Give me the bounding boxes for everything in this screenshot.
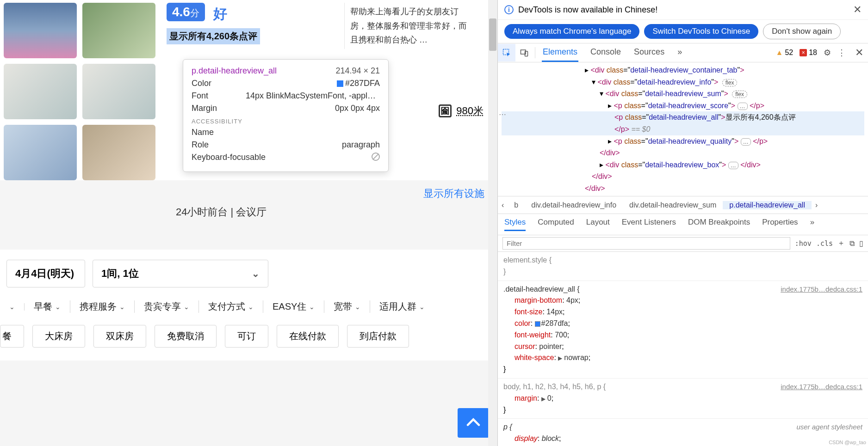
breadcrumb-item[interactable]: b [508, 201, 525, 209]
scrollbar-thumb[interactable] [489, 18, 496, 51]
scroll-to-top-button[interactable] [458, 408, 489, 438]
filter-ctrip-service[interactable]: 携程服务⌄ [70, 300, 135, 313]
flex-badge[interactable]: flex [722, 79, 738, 86]
tab-styles[interactable]: Styles [504, 218, 526, 231]
filter-easy-stay[interactable]: EASY住⌄ [263, 300, 324, 313]
close-icon[interactable]: ✕ [853, 4, 862, 16]
chevron-down-icon: ⌄ [419, 303, 425, 311]
dom-node-selected[interactable]: </p> == $0 [502, 123, 864, 135]
close-devtools-icon[interactable]: ✕ [855, 47, 863, 59]
show-all-facilities-link[interactable]: 显示所有设施 [423, 187, 484, 201]
dom-node[interactable]: </div> [502, 183, 864, 195]
filter-breakfast[interactable]: 早餐⌄ [25, 300, 70, 313]
score-value: 4.6 [172, 5, 190, 19]
settings-icon[interactable]: ⚙ [824, 48, 831, 58]
switch-chinese-button[interactable]: Switch DevTools to Chinese [644, 24, 758, 39]
style-rule[interactable]: index.1775b…dedca.css:1 body, h1, h2, h3… [498, 379, 868, 419]
computed-styles-sidebar-icon[interactable]: ⧉ [849, 239, 855, 248]
tab-console[interactable]: Console [589, 43, 622, 62]
show-more-icon[interactable]: ⋯ [499, 109, 506, 121]
color-swatch [337, 80, 343, 87]
tab-overflow[interactable]: » [810, 218, 814, 231]
hotel-photo[interactable] [82, 64, 155, 119]
dom-node[interactable]: ▸ <div class="detail-headreview_box"> … … [502, 159, 864, 171]
tag-pill[interactable]: 双床房 [93, 325, 146, 348]
warnings-count[interactable]: ▲52 [776, 49, 794, 57]
chevron-down-icon: ⌄ [119, 303, 125, 311]
hotel-photo[interactable] [82, 3, 155, 58]
dom-node[interactable]: ▾ <div class="detail-headreview_sum"> fl… [502, 88, 864, 100]
tag-pill[interactable]: 在线付款 [277, 325, 339, 348]
tab-overflow[interactable]: » [676, 43, 683, 62]
hotel-photo[interactable] [82, 125, 155, 180]
vertical-scrollbar[interactable] [488, 0, 497, 446]
ellipsis-icon[interactable]: … [741, 138, 751, 146]
tab-dom-breakpoints[interactable]: DOM Breakpoints [688, 218, 750, 231]
errors-count[interactable]: ×18 [800, 49, 817, 57]
breadcrumb-item[interactable]: div.detail-headreview_sum [623, 201, 723, 209]
dont-show-button[interactable]: Don't show again [763, 24, 841, 39]
dom-tree[interactable]: ▸ <div class="detail-headreview_containe… [498, 62, 868, 196]
styles-body[interactable]: element.style { } index.1775b…dedca.css:… [498, 252, 868, 446]
hov-toggle[interactable]: :hov [795, 239, 812, 248]
kebab-menu-icon[interactable]: ⋮ [837, 48, 846, 58]
ellipsis-icon[interactable]: … [738, 103, 748, 110]
ellipsis-icon[interactable]: … [728, 162, 738, 169]
tab-sources[interactable]: Sources [633, 43, 665, 62]
filter-guests-type[interactable]: 适用人群⌄ [370, 300, 434, 313]
toggle-rendering-icon[interactable]: ▯ [859, 239, 863, 248]
style-rule[interactable]: element.style { } [498, 252, 868, 281]
tag-pill[interactable]: 免费取消 [155, 325, 217, 348]
device-toolbar-button[interactable] [515, 44, 533, 61]
breadcrumb-scroll-right[interactable]: › [812, 201, 821, 209]
tag-pill[interactable]: 大床房 [32, 325, 85, 348]
color-swatch[interactable] [535, 321, 540, 327]
filter-wifi[interactable]: 宽带⌄ [324, 300, 370, 313]
inspect-element-button[interactable] [498, 44, 515, 61]
dom-node[interactable]: ▸ <div class="detail-headreview_containe… [502, 64, 864, 76]
dom-node[interactable]: ▾ <div class="detail-headreview_info"> f… [502, 76, 864, 88]
style-rule-ua[interactable]: user agent stylesheet p { display: block… [498, 419, 868, 446]
show-all-reviews-link[interactable]: 显示所有4,260条点评 [167, 28, 260, 44]
styles-subtabs: Styles Computed Layout Event Listeners D… [498, 214, 868, 235]
dom-node[interactable]: ▸ <p class="detail-headreview_quality"> … [502, 135, 864, 147]
tab-event-listeners[interactable]: Event Listeners [622, 218, 676, 231]
tab-computed[interactable]: Computed [538, 218, 574, 231]
tag-pill[interactable]: 可订 [225, 325, 268, 348]
rule-source-link[interactable]: index.1775b…dedca.css:1 [781, 381, 862, 392]
tag-pill[interactable]: 餐 [0, 325, 24, 348]
dom-breadcrumb[interactable]: ‹ b div.detail-headreview_info div.detai… [498, 196, 868, 214]
filter-item[interactable]: ⌄ [0, 303, 25, 311]
no-icon [372, 153, 380, 161]
style-rule[interactable]: index.1775b…dedca.css:1 .detail-headrevi… [498, 281, 868, 379]
filter-payment[interactable]: 支付方式⌄ [199, 300, 263, 313]
dom-node[interactable]: ▸ <p class="detail-headreview_score"> … … [502, 100, 864, 112]
tab-properties[interactable]: Properties [762, 218, 798, 231]
new-style-rule-icon[interactable]: ＋ [837, 238, 845, 248]
hotel-photo[interactable] [4, 3, 77, 58]
rule-source-link[interactable]: index.1775b…dedca.css:1 [781, 284, 862, 294]
chevron-down-icon: ⌄ [184, 303, 189, 311]
date-picker[interactable]: 4月4日(明天) [6, 260, 85, 287]
flex-badge[interactable]: flex [732, 91, 747, 98]
breadcrumb-item[interactable]: div.detail-headreview_info [525, 201, 623, 209]
dom-node[interactable]: </div> [502, 147, 864, 159]
rule-source-ua: user agent stylesheet [796, 422, 862, 432]
tab-elements[interactable]: Elements [542, 43, 578, 62]
hotel-photo[interactable] [4, 64, 77, 119]
cls-toggle[interactable]: .cls [816, 239, 833, 248]
breadcrumb-item-active[interactable]: p.detail-headreview_all [723, 201, 812, 209]
styles-filter-input[interactable] [502, 237, 790, 250]
filter-vip[interactable]: 贵宾专享⌄ [135, 300, 199, 313]
dom-node-selected[interactable]: <p class="detail-headreview_all">显示所有4,2… [502, 111, 864, 123]
hotel-photo[interactable] [4, 125, 77, 180]
distance-text[interactable]: 980米 [456, 104, 484, 118]
tab-layout[interactable]: Layout [586, 218, 610, 231]
dom-node[interactable]: </div> [502, 171, 864, 183]
guests-picker[interactable]: 1间, 1位 ⌄ [93, 260, 268, 287]
breadcrumb-scroll-left[interactable]: ‹ [498, 201, 508, 209]
score-row: 4.6分 好 [167, 3, 260, 24]
always-match-button[interactable]: Always match Chrome's language [504, 24, 639, 39]
error-icon: × [800, 49, 807, 56]
tag-pill[interactable]: 到店付款 [347, 325, 409, 348]
